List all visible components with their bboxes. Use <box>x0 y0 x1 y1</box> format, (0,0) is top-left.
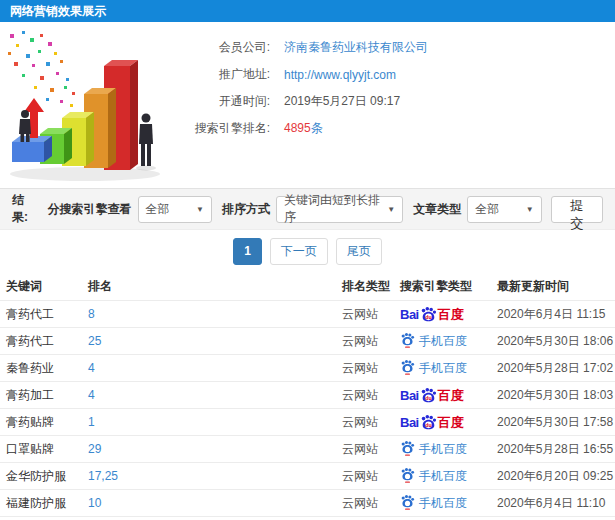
mobile-baidu-label: 手机百度 <box>419 470 467 482</box>
keyword-cell: 金华防护服 <box>0 468 85 485</box>
pagination: 1 下一页 尾页 <box>0 230 615 272</box>
chevron-down-icon: ▼ <box>381 205 395 214</box>
rank-type-cell: 云网站 <box>340 414 397 431</box>
sort-select[interactable]: 关键词由短到长排序 ▼ <box>276 196 403 223</box>
page-1-button[interactable]: 1 <box>233 238 262 265</box>
table-row: 金华防护服 17,25 云网站 手机百度 2020年6月20日 09:25 <box>0 462 615 489</box>
chevron-down-icon: ▼ <box>520 205 534 214</box>
keyword-cell: 福建防护服 <box>0 495 85 512</box>
mobile-baidu-label: 手机百度 <box>419 497 467 509</box>
svg-text:du: du <box>425 313 431 319</box>
mobile-baidu-logo: 手机百度 <box>400 332 467 350</box>
header-rank-type: 排名类型 <box>340 278 397 295</box>
sort-label: 排序方式 <box>222 201 270 218</box>
page-title-bar: 网络营销效果展示 <box>0 0 615 22</box>
mobile-baidu-paw-icon <box>400 332 415 350</box>
rank-link[interactable]: 1 <box>88 415 95 429</box>
table-row: 膏药贴牌 1 云网站 Baidu百度 2020年5月30日 17:58 <box>0 408 615 435</box>
company-info-list: 会员公司: 济南秦鲁药业科技有限公司 推广地址: http://www.qlyy… <box>178 22 615 142</box>
updated-cell: 2020年6月20日 09:25 <box>492 468 615 485</box>
engine-view-selected: 全部 <box>146 201 170 218</box>
engine-view-label: 分搜索引擎查看 <box>48 201 132 218</box>
mobile-baidu-label: 手机百度 <box>419 362 467 374</box>
mobile-baidu-paw-icon <box>400 440 415 458</box>
svg-text:du: du <box>425 394 431 400</box>
table-row: 口罩贴牌 29 云网站 手机百度 2020年5月28日 16:55 <box>0 435 615 462</box>
header-rank: 排名 <box>85 278 340 295</box>
keyword-cell: 秦鲁药业 <box>0 360 85 377</box>
rank-link[interactable]: 17,25 <box>88 469 118 483</box>
updated-cell: 2020年5月28日 17:02 <box>492 360 615 377</box>
keyword-cell: 口罩贴牌 <box>0 441 85 458</box>
rank-link[interactable]: 29 <box>88 442 101 456</box>
keyword-cell: 膏药代工 <box>0 333 85 350</box>
filter-bar: 结果: 分搜索引擎查看 全部 ▼ 排序方式 关键词由短到长排序 ▼ 文章类型 全… <box>0 188 615 230</box>
keyword-cell: 膏药代工 <box>0 306 85 323</box>
promo-url-link[interactable]: http://www.qlyyjt.com <box>284 68 396 82</box>
table-row-partial: Baidu百度 <box>0 516 615 520</box>
company-label: 会员公司: <box>178 39 270 56</box>
results-table: 关键词 排名 排名类型 搜索引擎类型 最新更新时间 膏药代工 8 云网站 Bai… <box>0 272 615 520</box>
mobile-baidu-logo: 手机百度 <box>400 440 467 458</box>
updated-cell: 2020年5月30日 18:06 <box>492 333 615 350</box>
rank-count-label: 搜索引擎排名: <box>178 120 270 137</box>
baidu-logo: Baidu百度 <box>400 306 464 323</box>
table-row: 秦鲁药业 4 云网站 手机百度 2020年5月28日 17:02 <box>0 354 615 381</box>
table-row: 福建防护服 10 云网站 手机百度 2020年6月4日 11:10 <box>0 489 615 516</box>
mobile-baidu-label: 手机百度 <box>419 443 467 455</box>
mobile-baidu-paw-icon <box>400 359 415 377</box>
open-time-label: 开通时间: <box>178 93 270 110</box>
updated-cell: 2020年6月4日 11:10 <box>492 495 615 512</box>
baidu-logo: Baidu百度 <box>400 387 464 404</box>
article-type-label: 文章类型 <box>413 201 461 218</box>
promo-url-label: 推广地址: <box>178 66 270 83</box>
open-time-value: 2019年5月27日 09:17 <box>284 93 400 110</box>
mobile-baidu-paw-icon <box>400 494 415 512</box>
baidu-logo: Baidu百度 <box>400 414 464 431</box>
info-row-open-time: 开通时间: 2019年5月27日 09:17 <box>178 88 615 115</box>
rank-link[interactable]: 10 <box>88 496 101 510</box>
svg-text:du: du <box>425 421 431 427</box>
info-row-company: 会员公司: 济南秦鲁药业科技有限公司 <box>178 34 615 61</box>
marketing-chart-clipart <box>0 26 175 184</box>
info-row-url: 推广地址: http://www.qlyyjt.com <box>178 61 615 88</box>
rank-link[interactable]: 25 <box>88 334 101 348</box>
mobile-baidu-label: 手机百度 <box>419 335 467 347</box>
header-keyword: 关键词 <box>0 278 85 295</box>
rank-type-cell: 云网站 <box>340 306 397 323</box>
rank-count-value: 4895条 <box>284 120 323 137</box>
rank-link[interactable]: 8 <box>88 307 95 321</box>
rank-type-cell: 云网站 <box>340 441 397 458</box>
baidu-paw-icon: du <box>420 306 437 323</box>
header-updated: 最新更新时间 <box>492 278 615 295</box>
table-row: 膏药加工 4 云网站 Baidu百度 2020年5月30日 18:03 <box>0 381 615 408</box>
table-row: 膏药代工 25 云网站 手机百度 2020年5月30日 18:06 <box>0 327 615 354</box>
rank-type-cell: 云网站 <box>340 468 397 485</box>
mobile-baidu-paw-icon <box>400 467 415 485</box>
keyword-cell: 膏药加工 <box>0 387 85 404</box>
next-page-button[interactable]: 下一页 <box>270 238 328 265</box>
updated-cell: 2020年5月30日 17:58 <box>492 414 615 431</box>
company-name-link[interactable]: 济南秦鲁药业科技有限公司 <box>284 39 428 56</box>
table-header-row: 关键词 排名 排名类型 搜索引擎类型 最新更新时间 <box>0 272 615 300</box>
article-type-select[interactable]: 全部 ▼ <box>467 196 541 223</box>
header-engine-type: 搜索引擎类型 <box>397 278 492 295</box>
result-label: 结果: <box>12 192 38 226</box>
rank-link[interactable]: 4 <box>88 361 95 375</box>
article-type-selected: 全部 <box>475 201 499 218</box>
rank-type-cell: 云网站 <box>340 387 397 404</box>
rank-type-cell: 云网站 <box>340 360 397 377</box>
keyword-cell: 膏药贴牌 <box>0 414 85 431</box>
page-title: 网络营销效果展示 <box>10 4 106 18</box>
rank-link[interactable]: 4 <box>88 388 95 402</box>
mobile-baidu-logo: 手机百度 <box>400 467 467 485</box>
updated-cell: 2020年5月30日 18:03 <box>492 387 615 404</box>
mobile-baidu-logo: 手机百度 <box>400 359 467 377</box>
rank-type-cell: 云网站 <box>340 333 397 350</box>
updated-cell: 2020年5月28日 16:55 <box>492 441 615 458</box>
baidu-paw-icon: du <box>420 414 437 431</box>
engine-view-select[interactable]: 全部 ▼ <box>138 196 212 223</box>
submit-button[interactable]: 提交 <box>551 196 603 223</box>
table-row: 膏药代工 8 云网站 Baidu百度 2020年6月4日 11:15 <box>0 300 615 327</box>
last-page-button[interactable]: 尾页 <box>336 238 382 265</box>
